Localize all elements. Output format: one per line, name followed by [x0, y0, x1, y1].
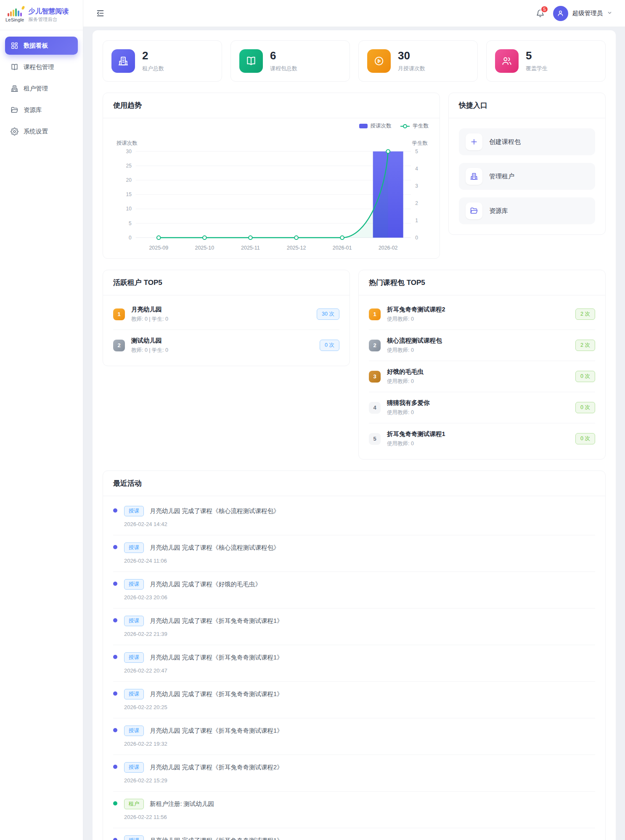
- activity-time: 2026-02-22 11:56: [124, 814, 214, 820]
- activity-line: 授课月亮幼儿园 完成了课程《折耳兔奇奇测试课程1》: [124, 835, 283, 840]
- sidebar-item-book[interactable]: 课程包管理: [5, 58, 78, 76]
- activity-row: 授课月亮幼儿园 完成了课程《折耳兔奇奇测试课程1》2026-02-22 20:4…: [113, 645, 595, 682]
- sidebar-item-dashboard[interactable]: 数据看板: [5, 37, 78, 55]
- activity-tag: 授课: [124, 726, 144, 736]
- activity-tag: 授课: [124, 579, 144, 590]
- usage-trend-card: 使用趋势 授课次数 学生数: [103, 93, 440, 259]
- hot-packages-card: 热门课程包 TOP5 1折耳兔奇奇测试课程2使用教师: 02 次2核心流程测试课…: [358, 270, 606, 460]
- notification-badge: 5: [540, 5, 548, 13]
- list-item[interactable]: 2核心流程测试课程包使用教师: 02 次: [369, 330, 595, 361]
- activity-tag: 授课: [124, 616, 144, 626]
- activity-dot-icon: [113, 545, 117, 549]
- activity-text: 月亮幼儿园 完成了课程《折耳兔奇奇测试课程1》: [150, 727, 283, 735]
- stat-value: 5: [526, 50, 548, 62]
- sidebar-collapse-icon[interactable]: [96, 9, 105, 18]
- quick-entry-label: 资源库: [489, 207, 508, 215]
- svg-text:20: 20: [126, 177, 132, 183]
- list-item[interactable]: 1月亮幼儿园教师: 0 | 学生: 030 次: [113, 299, 339, 330]
- activity-line: 授课月亮幼儿园 完成了课程《折耳兔奇奇测试课程1》: [124, 616, 283, 626]
- sidebar: LeSingle 少儿智慧阅读 服务管理后台 数据看板课程包管理租户管理资源库系…: [0, 0, 83, 840]
- activity-line: 租户新租户注册: 测试幼儿园: [124, 799, 214, 809]
- list-item[interactable]: 4猜猜我有多爱你使用教师: 00 次: [369, 392, 595, 423]
- item-name: 猜猜我有多爱你: [387, 399, 430, 407]
- count-badge: 2 次: [575, 340, 595, 351]
- legend-item-bar: 授课次数: [359, 122, 392, 130]
- main-area: 5 超级管理员 2租户总数6课程包总数30月授课次数5覆盖学生: [83, 0, 625, 840]
- item-meta: 使用教师: 0: [387, 409, 430, 416]
- chart-area: 051015202530012345授课次数学生数2025-092025-102…: [103, 130, 440, 258]
- activity-content: 授课月亮幼儿园 完成了课程《核心流程测试课程包》2026-02-24 14:42: [124, 506, 280, 527]
- stat-label: 租户总数: [142, 65, 164, 72]
- user-menu[interactable]: 超级管理员: [553, 6, 613, 21]
- activity-tag: 授课: [124, 652, 144, 663]
- book-icon: [11, 63, 19, 71]
- folder-icon: [466, 202, 482, 219]
- list-item[interactable]: 2测试幼儿园教师: 0 | 学生: 00 次: [113, 330, 339, 361]
- svg-text:2025-12: 2025-12: [287, 245, 306, 251]
- gear-icon: [11, 128, 19, 136]
- count-badge: 0 次: [320, 340, 339, 351]
- activity-time: 2026-02-24 14:42: [124, 521, 280, 527]
- rank-badge: 2: [369, 340, 381, 351]
- quick-entry-title: 快捷入口: [449, 93, 605, 118]
- activity-line: 授课月亮幼儿园 完成了课程《折耳兔奇奇测试课程1》: [124, 689, 283, 699]
- quick-entry-folder-button[interactable]: 资源库: [459, 197, 595, 224]
- svg-text:3: 3: [415, 183, 418, 189]
- quick-entry-plus-button[interactable]: 创建课程包: [459, 128, 595, 155]
- activity-tag: 授课: [124, 689, 144, 699]
- item-name: 好饿的毛毛虫: [387, 368, 424, 376]
- activity-time: 2026-02-24 11:06: [124, 558, 280, 564]
- activity-dot-icon: [113, 728, 117, 732]
- count-badge: 2 次: [575, 308, 595, 320]
- stat-texts: 5覆盖学生: [526, 50, 548, 72]
- activity-dot-icon: [113, 801, 117, 805]
- activity-content: 授课月亮幼儿园 完成了课程《好饿的毛毛虫》2026-02-23 20:06: [124, 579, 261, 601]
- stat-card-people: 5覆盖学生: [486, 40, 606, 82]
- activity-content: 授课月亮幼儿园 完成了课程《折耳兔奇奇测试课程1》2026-02-22 20:2…: [124, 689, 283, 710]
- book-icon: [239, 49, 263, 73]
- activity-row: 授课月亮幼儿园 完成了课程《折耳兔奇奇测试课程1》2026-02-21 20:1…: [113, 828, 595, 840]
- rank-badge: 1: [113, 308, 125, 320]
- activity-text: 月亮幼儿园 完成了课程《折耳兔奇奇测试课程1》: [150, 690, 283, 698]
- rank-badge: 1: [369, 308, 381, 320]
- rank-texts: 测试幼儿园教师: 0 | 学生: 0: [131, 337, 168, 354]
- activity-time: 2026-02-22 19:32: [124, 741, 283, 747]
- rank-badge: 2: [113, 340, 125, 351]
- logo-bars-icon: [8, 8, 22, 16]
- sidebar-item-label: 数据看板: [24, 42, 48, 50]
- chart-legend: 授课次数 学生数: [103, 118, 440, 130]
- notification-bell-icon[interactable]: 5: [536, 9, 545, 18]
- activity-tag: 租户: [124, 799, 144, 809]
- quick-entry-list: 创建课程包管理租户资源库: [449, 118, 605, 234]
- sidebar-item-gear[interactable]: 系统设置: [5, 122, 78, 141]
- activity-row: 授课月亮幼儿园 完成了课程《核心流程测试课程包》2026-02-24 14:42: [113, 499, 595, 535]
- list-item[interactable]: 5折耳兔奇奇测试课程1使用教师: 00 次: [369, 423, 595, 454]
- activity-line: 授课月亮幼儿园 完成了课程《好饿的毛毛虫》: [124, 579, 261, 590]
- list-item[interactable]: 1折耳兔奇奇测试课程2使用教师: 02 次: [369, 299, 595, 330]
- quick-entry-building-button[interactable]: 管理租户: [459, 163, 595, 190]
- sidebar-item-folder[interactable]: 资源库: [5, 101, 78, 119]
- activity-dot-icon: [113, 838, 117, 840]
- bar-series-swatch-icon: [359, 124, 368, 128]
- stat-label: 覆盖学生: [526, 65, 548, 72]
- activity-content: 授课月亮幼儿园 完成了课程《折耳兔奇奇测试课程1》2026-02-22 19:3…: [124, 726, 283, 747]
- quick-entry-label: 创建课程包: [489, 138, 521, 146]
- hot-packages-title: 热门课程包 TOP5: [359, 270, 605, 295]
- stat-card-book: 6课程包总数: [230, 40, 350, 82]
- item-name: 月亮幼儿园: [131, 306, 168, 314]
- building-icon: [11, 85, 19, 93]
- item-meta: 教师: 0 | 学生: 0: [131, 347, 168, 354]
- activity-tag: 授课: [124, 762, 144, 773]
- activity-text: 月亮幼儿园 完成了课程《折耳兔奇奇测试课程1》: [150, 654, 283, 662]
- sidebar-item-label: 课程包管理: [24, 63, 54, 71]
- svg-text:10: 10: [126, 206, 132, 212]
- svg-text:15: 15: [126, 191, 132, 197]
- activity-text: 月亮幼儿园 完成了课程《核心流程测试课程包》: [150, 507, 280, 515]
- logo-brand-text: LeSingle: [5, 17, 24, 22]
- item-name: 测试幼儿园: [131, 337, 168, 345]
- rank-texts: 月亮幼儿园教师: 0 | 学生: 0: [131, 306, 168, 323]
- stat-label: 月授课次数: [398, 65, 425, 72]
- list-item[interactable]: 3好饿的毛毛虫使用教师: 00 次: [369, 361, 595, 392]
- sidebar-item-building[interactable]: 租户管理: [5, 80, 78, 98]
- legend-bar-label: 授课次数: [371, 122, 392, 130]
